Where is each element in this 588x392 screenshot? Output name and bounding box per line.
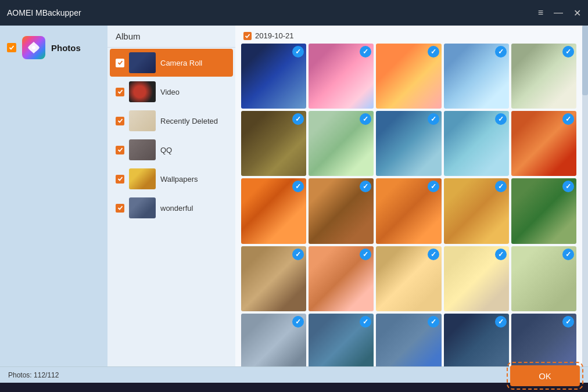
photo-cell[interactable]: ✓ xyxy=(241,111,306,176)
album-name-wonderful: wonderful xyxy=(160,204,193,213)
album-name-video: Video xyxy=(160,88,180,96)
photo-cell[interactable]: ✓ xyxy=(511,111,576,176)
photo-check-icon: ✓ xyxy=(428,113,439,125)
photo-check-icon: ✓ xyxy=(495,113,507,125)
photo-cell[interactable]: ✓ xyxy=(444,178,509,243)
photo-cell[interactable]: ✓ xyxy=(376,314,441,366)
photo-cell[interactable]: ✓ xyxy=(444,246,509,311)
photo-cell[interactable]: ✓ xyxy=(309,314,374,366)
photo-check-icon: ✓ xyxy=(495,249,507,260)
photo-cell[interactable]: ✓ xyxy=(241,44,306,109)
album-thumb-recently-deleted xyxy=(129,110,156,131)
sidebar: Photos xyxy=(0,26,107,366)
photo-cell[interactable]: ✓ xyxy=(376,178,441,243)
photo-check-icon: ✓ xyxy=(495,316,507,328)
photo-check-icon: ✓ xyxy=(428,181,439,192)
album-thumb-video xyxy=(129,81,156,102)
photo-cell[interactable]: ✓ xyxy=(444,314,509,366)
photo-cell[interactable]: ✓ xyxy=(511,178,576,243)
album-item-video[interactable]: Video xyxy=(110,78,233,106)
photo-check-icon: ✓ xyxy=(428,46,439,57)
photo-cell[interactable]: ✓ xyxy=(309,111,374,176)
photo-check-icon: ✓ xyxy=(562,249,574,260)
main-container: Photos Album Camera Roll Video xyxy=(0,26,588,366)
svg-point-1 xyxy=(32,46,35,49)
app-title: AOMEI MBackupper xyxy=(7,8,538,17)
album-name-qq: QQ xyxy=(160,146,172,154)
album-name-wallpapers: Wallpapers xyxy=(160,175,198,184)
album-checkbox-wonderful xyxy=(116,204,124,213)
photo-check-icon: ✓ xyxy=(292,249,304,260)
album-checkbox-video xyxy=(116,88,124,96)
photo-check-icon: ✓ xyxy=(292,316,304,328)
photos-app-icon xyxy=(22,36,45,59)
photo-cell[interactable]: ✓ xyxy=(309,246,374,311)
title-bar: AOMEI MBackupper ≡ — ✕ xyxy=(0,0,588,26)
date-text: 2019-10-21 xyxy=(255,31,294,40)
sidebar-checkbox[interactable] xyxy=(7,43,16,52)
album-checkbox-wallpapers xyxy=(116,175,124,184)
photo-cell[interactable]: ✓ xyxy=(241,178,306,243)
photo-check-icon: ✓ xyxy=(562,46,574,57)
photo-check-icon: ✓ xyxy=(360,249,371,260)
photo-cell[interactable]: ✓ xyxy=(309,44,374,109)
date-label: 2019-10-21 xyxy=(241,31,576,40)
album-item-recently-deleted[interactable]: Recently Deleted xyxy=(110,107,233,135)
album-item-wallpapers[interactable]: Wallpapers xyxy=(110,165,233,193)
status-bar: Photos: 112/112 xyxy=(0,366,588,383)
ok-area: OK xyxy=(510,365,580,386)
album-panel: Album Camera Roll Video Recently Deleted xyxy=(107,26,235,366)
album-item-wonderful[interactable]: wonderful xyxy=(110,194,233,222)
photo-cell[interactable]: ✓ xyxy=(511,246,576,311)
album-item-camera-roll[interactable]: Camera Roll xyxy=(110,49,233,77)
date-section: 2019-10-21 ✓ ✓ ✓ ✓ ✓ ✓ ✓ ✓ ✓ ✓ ✓ ✓ ✓ ✓ ✓… xyxy=(241,31,576,366)
photo-check-icon: ✓ xyxy=(562,316,574,328)
scrollbar-thumb[interactable] xyxy=(582,26,588,95)
album-checkbox-recently-deleted xyxy=(116,117,124,125)
sidebar-header: Photos xyxy=(0,31,107,67)
photo-cell[interactable]: ✓ xyxy=(241,314,306,366)
album-thumb-wonderful xyxy=(129,197,156,218)
menu-icon[interactable]: ≡ xyxy=(538,8,543,18)
photos-label: Photos xyxy=(51,43,81,53)
photo-check-icon: ✓ xyxy=(428,249,439,260)
photo-cell[interactable]: ✓ xyxy=(376,44,441,109)
album-thumb-camera-roll xyxy=(129,52,156,73)
photo-cell[interactable]: ✓ xyxy=(376,111,441,176)
close-button[interactable]: ✕ xyxy=(573,8,581,19)
album-checkbox-qq xyxy=(116,146,124,154)
photo-cell[interactable]: ✓ xyxy=(511,314,576,366)
status-text: Photos: 112/112 xyxy=(8,371,59,379)
date-checkbox[interactable] xyxy=(243,32,252,40)
photo-grid: ✓ ✓ ✓ ✓ ✓ ✓ ✓ ✓ ✓ ✓ ✓ ✓ ✓ ✓ ✓ ✓ ✓ ✓ ✓ ✓ xyxy=(241,44,576,366)
photo-cell[interactable]: ✓ xyxy=(511,44,576,109)
minimize-button[interactable]: — xyxy=(554,8,563,18)
photo-area[interactable]: 2019-10-21 ✓ ✓ ✓ ✓ ✓ ✓ ✓ ✓ ✓ ✓ ✓ ✓ ✓ ✓ ✓… xyxy=(235,26,582,366)
album-thumb-qq xyxy=(129,139,156,160)
ok-button[interactable]: OK xyxy=(510,365,580,386)
album-name-camera-roll: Camera Roll xyxy=(160,59,202,67)
photo-cell[interactable]: ✓ xyxy=(309,178,374,243)
album-item-qq[interactable]: QQ xyxy=(110,136,233,164)
album-checkbox-camera-roll xyxy=(116,59,124,67)
album-header: Album xyxy=(107,26,235,48)
photo-cell[interactable]: ✓ xyxy=(376,246,441,311)
album-name-recently-deleted: Recently Deleted xyxy=(160,117,218,125)
scrollbar[interactable] xyxy=(582,26,588,366)
album-thumb-wallpapers xyxy=(129,168,156,189)
window-controls: ≡ — ✕ xyxy=(538,8,581,19)
photo-cell[interactable]: ✓ xyxy=(444,111,509,176)
photo-check-icon: ✓ xyxy=(428,316,439,328)
photo-cell[interactable]: ✓ xyxy=(444,44,509,109)
photo-check-icon: ✓ xyxy=(495,46,507,57)
photo-cell[interactable]: ✓ xyxy=(241,246,306,311)
